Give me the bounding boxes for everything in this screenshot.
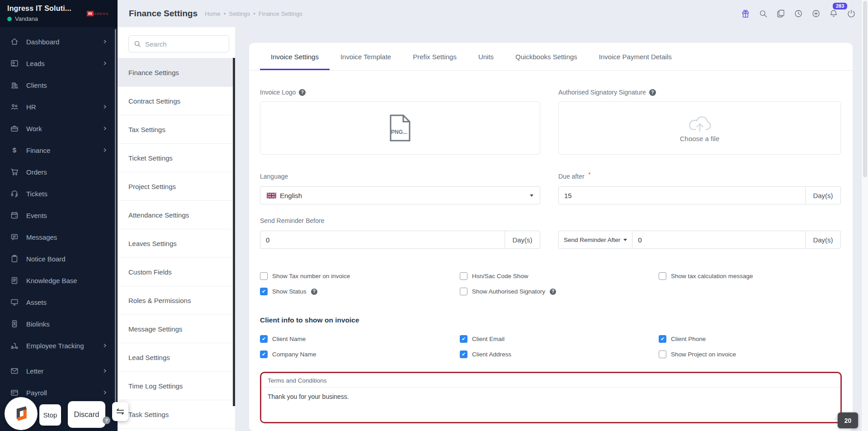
checkbox[interactable]: ✔ bbox=[460, 288, 467, 295]
checkbox[interactable]: ✔ bbox=[260, 350, 268, 358]
reminder-before-input[interactable] bbox=[260, 231, 505, 249]
extension-logo-button[interactable] bbox=[5, 397, 38, 430]
settings-item-contract[interactable]: Contract Settings bbox=[118, 87, 235, 115]
add-icon[interactable] bbox=[811, 9, 821, 19]
checkbox[interactable]: ✔ bbox=[460, 350, 467, 358]
swap-button[interactable] bbox=[112, 402, 128, 421]
settings-item-ticket[interactable]: Ticket Settings bbox=[118, 144, 235, 172]
option-hsn-sac-code: ✔ Hsn/Sac Code Show bbox=[460, 272, 659, 280]
finance-icon: $ bbox=[10, 146, 19, 155]
sidebar-item-leads[interactable]: Leads bbox=[0, 52, 118, 74]
sidebar-item-employee-tracking[interactable]: Employee Tracking bbox=[0, 335, 118, 356]
sidebar-item-work[interactable]: Work bbox=[0, 118, 118, 139]
terms-textarea[interactable]: Thank you for your business. bbox=[261, 388, 840, 422]
tab-prefix-settings[interactable]: Prefix Settings bbox=[402, 43, 467, 70]
sidebar-item-assets[interactable]: Assets bbox=[0, 291, 118, 313]
sidebar-item-knowledge-base[interactable]: Knowledge Base bbox=[0, 270, 118, 291]
breadcrumb-home[interactable]: Home bbox=[205, 10, 221, 17]
tab-invoice-template[interactable]: Invoice Template bbox=[330, 43, 402, 70]
breadcrumb-settings[interactable]: Settings bbox=[229, 10, 250, 17]
scrollbar-thumb[interactable] bbox=[863, 1, 867, 177]
language-select[interactable]: English bbox=[260, 186, 540, 204]
workspace-header[interactable]: Ingress IT Soluti... Vandana IN GRESS bbox=[0, 0, 118, 27]
power-icon[interactable] bbox=[846, 9, 856, 19]
settings-item-leaves[interactable]: Leaves Settings bbox=[118, 229, 235, 258]
online-status-dot bbox=[7, 17, 12, 21]
search-icon[interactable] bbox=[758, 9, 768, 19]
user-name: Vandana bbox=[15, 15, 38, 22]
biolinks-icon bbox=[10, 319, 19, 328]
help-icon[interactable]: ? bbox=[550, 289, 556, 295]
checkbox[interactable]: ✔ bbox=[460, 272, 467, 280]
checkbox[interactable]: ✔ bbox=[659, 350, 666, 358]
settings-item-tax[interactable]: Tax Settings bbox=[118, 115, 235, 144]
checkbox[interactable]: ✔ bbox=[260, 272, 268, 280]
signature-upload[interactable]: Choose a file bbox=[558, 101, 841, 155]
sidebar-scrollbar[interactable] bbox=[115, 29, 116, 412]
check-icon: ✔ bbox=[462, 352, 466, 357]
settings-item-project[interactable]: Project Settings bbox=[118, 172, 235, 201]
option-client-email: ✔ Client Email bbox=[460, 335, 659, 343]
due-after-input[interactable] bbox=[558, 186, 806, 204]
sidebar-item-letter[interactable]: Letter bbox=[0, 360, 118, 382]
reminder-after-dropdown[interactable]: Send Reminder After bbox=[558, 231, 632, 249]
invoice-logo-upload[interactable]: PNG... bbox=[260, 101, 540, 155]
help-icon[interactable]: ? bbox=[299, 89, 306, 96]
history-icon[interactable] bbox=[793, 9, 803, 19]
search-input[interactable] bbox=[128, 35, 229, 52]
tab-bar: Invoice Settings Invoice Template Prefix… bbox=[249, 43, 853, 71]
notifications-icon[interactable]: 283 bbox=[829, 9, 839, 19]
sidebar-item-clients[interactable]: Clients bbox=[0, 74, 118, 96]
stop-button[interactable]: Stop bbox=[39, 404, 61, 426]
settings-item-time-log[interactable]: Time Log Settings bbox=[118, 372, 235, 400]
help-icon[interactable]: ? bbox=[311, 289, 317, 295]
option-show-tax-message: ✔ Show tax calculation message bbox=[659, 272, 842, 280]
settings-item-message[interactable]: Message Settings bbox=[118, 315, 235, 343]
checkbox[interactable]: ✔ bbox=[659, 335, 666, 343]
settings-item-finance[interactable]: Finance Settings bbox=[118, 58, 235, 87]
sidebar-item-dashboard[interactable]: Dashboard bbox=[0, 31, 118, 52]
tab-units[interactable]: Units bbox=[467, 43, 505, 70]
settings-item-roles[interactable]: Roles & Permissions bbox=[118, 286, 235, 315]
checkbox[interactable]: ✔ bbox=[460, 335, 467, 343]
tab-invoice-payment-details[interactable]: Invoice Payment Details bbox=[588, 43, 683, 70]
discard-button[interactable]: Discard bbox=[68, 401, 105, 428]
sidebar-item-orders[interactable]: Orders bbox=[0, 161, 118, 183]
tickets-icon bbox=[10, 189, 19, 198]
chevron-right-icon bbox=[102, 343, 108, 348]
reminder-after-input[interactable] bbox=[632, 231, 806, 249]
help-icon[interactable]: ? bbox=[103, 417, 110, 424]
page-scrollbar[interactable] bbox=[861, 0, 868, 431]
chevron-right-icon bbox=[102, 39, 108, 44]
sidebar-item-events[interactable]: Events bbox=[0, 204, 118, 226]
sidebar-item-finance[interactable]: $ Finance bbox=[0, 139, 118, 161]
sidebar-item-hr[interactable]: HR bbox=[0, 96, 118, 118]
help-icon[interactable]: ? bbox=[649, 89, 656, 96]
option-show-status: ✔ Show Status ? bbox=[260, 288, 460, 295]
sidebar-item-tickets[interactable]: Tickets bbox=[0, 183, 118, 204]
invoice-settings-form: Invoice Logo ? PNG... bbox=[249, 71, 853, 423]
sidebar-item-biolinks[interactable]: Biolinks bbox=[0, 313, 118, 335]
sidebar-item-messages[interactable]: Messages bbox=[0, 226, 118, 248]
settings-item-task[interactable]: Task Settings bbox=[118, 400, 235, 429]
tab-invoice-settings[interactable]: Invoice Settings bbox=[260, 43, 330, 70]
gift-icon[interactable] bbox=[741, 9, 750, 19]
checkbox[interactable]: ✔ bbox=[260, 335, 268, 343]
due-after-unit: Day(s) bbox=[806, 186, 841, 204]
reminder-after-group: Send Reminder After Day(s) bbox=[558, 231, 841, 249]
sidebar-item-notice-board[interactable]: Notice Board bbox=[0, 248, 118, 270]
checkbox[interactable]: ✔ bbox=[260, 288, 268, 295]
settings-item-lead[interactable]: Lead Settings bbox=[118, 343, 235, 372]
settings-scrollbar[interactable] bbox=[233, 58, 235, 406]
settings-item-custom-fields[interactable]: Custom Fields bbox=[118, 258, 235, 286]
reminder-before-group: Day(s) bbox=[260, 231, 540, 249]
tab-quickbooks-settings[interactable]: Quickbooks Settings bbox=[505, 43, 588, 70]
swap-arrows-icon bbox=[115, 407, 125, 417]
notes-icon[interactable] bbox=[776, 9, 786, 19]
ingress-logo: IN GRESS bbox=[87, 11, 108, 16]
required-asterisk: * bbox=[589, 171, 591, 178]
lower-region: Finance Settings Contract Settings Tax S… bbox=[118, 27, 868, 431]
png-file-icon: PNG... bbox=[390, 114, 410, 142]
settings-item-attendance[interactable]: Attendance Settings bbox=[118, 201, 235, 229]
checkbox[interactable]: ✔ bbox=[659, 272, 666, 280]
